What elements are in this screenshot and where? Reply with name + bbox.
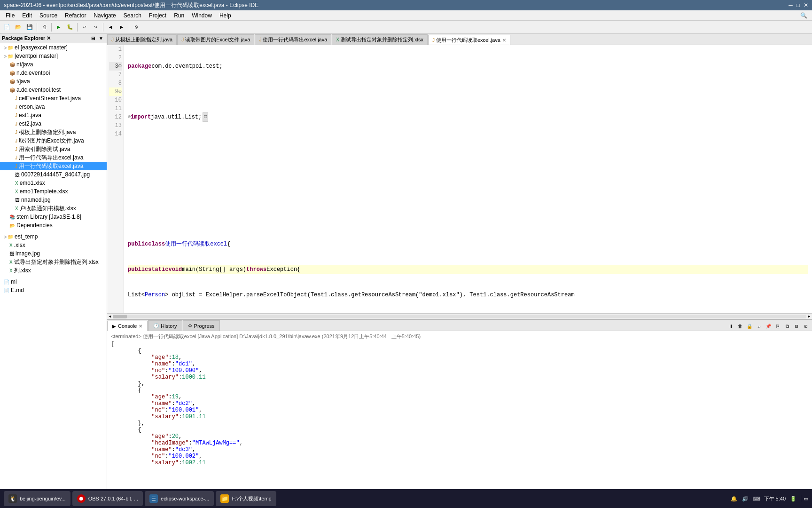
console-tab-close[interactable]: ✕ xyxy=(139,324,142,329)
code-editor[interactable]: 1 2 3⊕ 7 8 9⊙ 10 11 12 13 14 package com… xyxy=(107,45,812,313)
taskbar-penguin[interactable]: 🐧 beijing-penguin/ev... xyxy=(4,491,70,506)
console-tab-label: Console xyxy=(118,323,137,329)
menu-run[interactable]: Run xyxy=(170,11,188,20)
tree-item[interactable]: 🖼nnamed.jpg xyxy=(0,196,107,204)
pause-output-btn[interactable]: ⏸ xyxy=(726,322,735,331)
menu-project[interactable]: Project xyxy=(145,11,170,20)
tree-item[interactable]: ▷📁el [easyexcel master] xyxy=(0,43,107,52)
menu-source[interactable]: Source xyxy=(36,11,61,20)
tab-export[interactable]: J 使用一行代码导出excel.java xyxy=(255,34,331,45)
print-btn[interactable]: 🖨 xyxy=(39,22,49,32)
minimize-panel-btn[interactable]: ⊟ xyxy=(792,322,801,331)
tab-from-template[interactable]: J 从模板上删除指定列.java xyxy=(107,34,177,45)
tree-item[interactable]: X户收款通知书模板.xlsx xyxy=(0,204,107,213)
minimize-btn[interactable]: ─ xyxy=(789,2,793,8)
line-num: 2 xyxy=(109,54,122,62)
menu-search[interactable]: Search xyxy=(120,11,145,20)
tree-item[interactable]: 📂Dependencies xyxy=(0,221,107,230)
maximize-panel-btn[interactable]: ⊡ xyxy=(802,322,810,331)
tree-item[interactable]: J用一行代码导出excel.java xyxy=(0,153,107,162)
history-tab-label: History xyxy=(161,323,177,329)
scroll-thumb[interactable] xyxy=(113,315,127,318)
menu-help[interactable]: Help xyxy=(216,11,235,20)
tree-item[interactable]: J用索引删除测试.java xyxy=(0,145,107,153)
tree-item[interactable]: 📦nt/java xyxy=(0,60,107,69)
tree-item[interactable]: 📦t/java xyxy=(0,77,107,86)
code-content[interactable]: package com.dc.eventpoi.test; ⊕import ja… xyxy=(124,45,812,313)
tab-close-icon[interactable]: ✕ xyxy=(502,38,506,43)
bottom-tab-area: ▶ Console ✕ 🕐 History ⚙ Progress ⏸ 🗑 🔒 ↵ xyxy=(107,320,812,331)
tree-item[interactable]: 📚stem Library [JavaSE-1.8] xyxy=(0,213,107,221)
taskbar-folder[interactable]: 📁 F:\个人视频\temp xyxy=(216,491,276,506)
bottom-tab-progress[interactable]: ⚙ Progress xyxy=(183,320,220,331)
bottom-tab-history[interactable]: 🕐 History xyxy=(148,320,182,331)
word-wrap-btn[interactable]: ↵ xyxy=(755,322,763,331)
tree-item[interactable]: Xemo1Templete.xlsx xyxy=(0,187,107,196)
tab-read-excel-active[interactable]: J 使用一行代码读取excel.java ✕ xyxy=(428,35,510,45)
menu-edit[interactable]: Edit xyxy=(18,11,36,20)
collapse-icon[interactable]: ⊟ xyxy=(90,35,96,41)
copy-output-btn[interactable]: ⎘ xyxy=(773,322,782,331)
tree-item[interactable]: J模板上删除指定列.java xyxy=(0,128,107,136)
tab-label: 测试导出指定对象并删除指定列.xlsx xyxy=(341,36,423,43)
menu-refactor[interactable]: Refactor xyxy=(61,11,90,20)
tree-item[interactable]: J取带图片的Excel文件.java xyxy=(0,136,107,145)
tree-item[interactable]: X试导出指定对象并删除指定列.xlsx xyxy=(0,258,107,266)
tab-read-image[interactable]: J 读取带图片的Excel文件.java xyxy=(177,34,254,45)
tree-item[interactable]: Jest1.java xyxy=(0,111,107,119)
taskbar-obs[interactable]: ⏺ OBS 27.0.1 (64-bit, ... xyxy=(72,491,143,506)
close-btn[interactable]: ✕ xyxy=(804,2,808,8)
tab-icon: J xyxy=(259,37,261,42)
volume-icon[interactable]: 🔊 xyxy=(742,495,749,502)
scroll-track[interactable] xyxy=(113,315,806,318)
code-line xyxy=(128,138,808,147)
pin-btn[interactable]: 📌 xyxy=(764,322,773,331)
tree-item[interactable]: X.xlsx xyxy=(0,241,107,249)
tree-item[interactable]: ▷📁est_temp xyxy=(0,232,107,241)
progress-icon: ⚙ xyxy=(188,323,192,328)
show-desktop-icon[interactable]: ▭ xyxy=(801,495,808,502)
redo-btn[interactable]: ↪ xyxy=(91,22,101,32)
code-line xyxy=(128,164,808,172)
run-btn[interactable]: ▶ xyxy=(54,22,64,32)
next-btn[interactable]: ▶ xyxy=(117,22,127,32)
tree-item[interactable]: Xemo1.xlsx xyxy=(0,179,107,187)
menu-file[interactable]: File xyxy=(2,11,18,20)
bottom-tab-console[interactable]: ▶ Console ✕ xyxy=(107,321,148,331)
open-btn[interactable]: 📂 xyxy=(13,22,23,32)
undo-btn[interactable]: ↩ xyxy=(79,22,90,32)
open-console-btn[interactable]: ⧉ xyxy=(783,322,791,331)
new-btn[interactable]: 📄 xyxy=(2,22,12,32)
tree-item[interactable]: JcelEventStreamTest.java xyxy=(0,94,107,103)
console-content[interactable]: <terminated> 使用一行代码读取excel [Java Applica… xyxy=(107,331,812,492)
sidebar-menu-icon[interactable]: ▼ xyxy=(97,35,105,41)
tree-item[interactable]: ▷📁[eventpoi master] xyxy=(0,52,107,60)
keyboard-icon[interactable]: ⌨ xyxy=(753,495,760,502)
tree-item[interactable]: 📄ml xyxy=(0,278,107,286)
tree-item[interactable]: 🖼0007291444457_84047.jpg xyxy=(0,170,107,179)
horizontal-scrollbar[interactable]: ◀ ▶ xyxy=(107,313,812,319)
taskbar-eclipse[interactable]: ☰ eclipse-workspace-... xyxy=(145,491,214,506)
save-btn[interactable]: 💾 xyxy=(24,22,35,32)
menu-navigate[interactable]: Navigate xyxy=(90,11,119,20)
scroll-lock-btn[interactable]: 🔒 xyxy=(745,322,754,331)
search-icon[interactable]: 🔍 xyxy=(797,11,810,20)
tree-item[interactable]: Jest2.java xyxy=(0,119,107,128)
network-icon[interactable]: 🔔 xyxy=(730,495,738,502)
external-btn[interactable]: ⎋ xyxy=(131,22,141,32)
tree-item[interactable]: 📦a.dc.eventpoi.test xyxy=(0,86,107,94)
scroll-right-icon[interactable]: ▶ xyxy=(806,314,812,319)
clear-console-btn[interactable]: 🗑 xyxy=(736,322,744,331)
tree-item[interactable]: 🖼image.jpg xyxy=(0,249,107,258)
menu-window[interactable]: Window xyxy=(188,11,216,20)
tree-item[interactable]: Jerson.java xyxy=(0,103,107,111)
tree-item[interactable]: 📦n.dc.eventpoi xyxy=(0,69,107,77)
tab-test-export[interactable]: X 测试导出指定对象并删除指定列.xlsx xyxy=(332,34,428,45)
tree-item[interactable]: X列.xlsx xyxy=(0,266,107,275)
scroll-left-icon[interactable]: ◀ xyxy=(107,314,113,319)
maximize-btn[interactable]: □ xyxy=(796,2,800,8)
debug-btn[interactable]: 🐛 xyxy=(65,22,75,32)
prev-btn[interactable]: ◀ xyxy=(105,22,116,32)
tree-item-active[interactable]: J用一行代码读取excel.java xyxy=(0,162,107,170)
tree-item[interactable]: 📄E.md xyxy=(0,286,107,294)
